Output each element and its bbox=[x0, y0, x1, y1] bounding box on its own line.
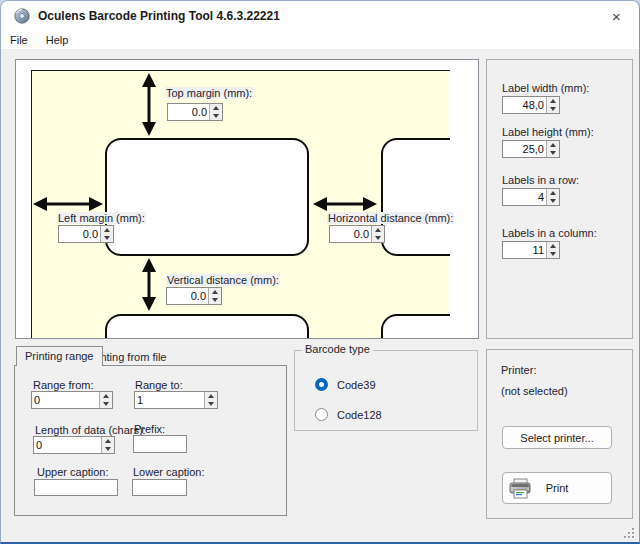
horizontal-distance-input[interactable] bbox=[329, 225, 385, 243]
window-title: Oculens Barcode Printing Tool 4.6.3.2222… bbox=[38, 9, 280, 23]
upper-caption-input[interactable] bbox=[34, 479, 118, 496]
printer-panel: Printer: (not selected) Select printer..… bbox=[486, 349, 633, 519]
menu-help[interactable]: Help bbox=[37, 32, 78, 48]
labels-in-column-input[interactable] bbox=[502, 241, 560, 259]
menu-file[interactable]: File bbox=[1, 32, 37, 48]
top-margin-spinner[interactable] bbox=[209, 104, 222, 120]
upper-caption-label: Upper caption: bbox=[37, 466, 109, 478]
upper-caption-value[interactable] bbox=[35, 480, 117, 495]
length-of-data-spinner[interactable] bbox=[101, 437, 114, 453]
label-settings-panel: Label width (mm): Label height (mm): Lab… bbox=[486, 59, 633, 339]
prefix-value[interactable] bbox=[134, 436, 186, 452]
label-preview-bottom bbox=[105, 314, 309, 338]
lower-caption-input[interactable] bbox=[132, 479, 187, 496]
label-preview-bottom-right bbox=[381, 314, 450, 338]
page-sheet bbox=[31, 70, 450, 338]
vertical-distance-value[interactable] bbox=[167, 288, 208, 304]
label-height-input[interactable] bbox=[502, 140, 560, 158]
select-printer-button[interactable]: Select printer... bbox=[502, 426, 612, 449]
labels-in-row-value[interactable] bbox=[503, 189, 546, 205]
title-bar: Oculens Barcode Printing Tool 4.6.3.2222… bbox=[1, 1, 639, 31]
labels-in-row-label: Labels in a row: bbox=[502, 174, 579, 186]
radio-code39-indicator[interactable] bbox=[315, 378, 328, 391]
top-margin-value[interactable] bbox=[168, 104, 209, 120]
length-of-data-input[interactable] bbox=[33, 436, 115, 454]
label-height-spinner[interactable] bbox=[546, 141, 559, 157]
label-height-value[interactable] bbox=[503, 141, 546, 157]
label-width-label: Label width (mm): bbox=[502, 82, 589, 94]
labels-in-column-spinner[interactable] bbox=[546, 242, 559, 258]
length-of-data-value[interactable] bbox=[34, 437, 101, 453]
left-margin-value[interactable] bbox=[59, 226, 100, 242]
radio-code128-label: Code128 bbox=[337, 409, 382, 421]
range-from-label: Range from: bbox=[33, 379, 94, 391]
horizontal-distance-label: Horizontal distance (mm): bbox=[327, 212, 454, 224]
left-margin-spinner[interactable] bbox=[100, 226, 113, 242]
left-margin-input[interactable] bbox=[58, 225, 114, 243]
top-margin-label: Top margin (mm): bbox=[165, 87, 253, 99]
top-margin-input[interactable] bbox=[167, 103, 223, 121]
radio-code128[interactable]: Code128 bbox=[315, 408, 382, 421]
range-to-value[interactable] bbox=[135, 392, 204, 408]
range-from-input[interactable] bbox=[31, 391, 113, 409]
range-to-spinner[interactable] bbox=[204, 392, 217, 408]
printing-tabs: Printing range Printing from file Range … bbox=[14, 346, 287, 516]
labels-in-column-value[interactable] bbox=[503, 242, 546, 258]
print-button[interactable]: Print bbox=[502, 472, 612, 504]
app-window: Oculens Barcode Printing Tool 4.6.3.2222… bbox=[0, 0, 640, 544]
printer-label: Printer: bbox=[501, 364, 536, 376]
lower-caption-label: Lower caption: bbox=[133, 466, 205, 478]
labels-in-row-input[interactable] bbox=[502, 188, 560, 206]
horizontal-distance-value[interactable] bbox=[330, 226, 371, 242]
layout-preview-canvas: Top margin (mm): Left margin (mm): Horiz… bbox=[15, 59, 479, 339]
label-width-value[interactable] bbox=[503, 97, 546, 113]
label-preview-main bbox=[105, 138, 309, 256]
tab-printing-range[interactable]: Printing range bbox=[16, 346, 103, 366]
barcode-type-title: Barcode type bbox=[302, 343, 373, 355]
vertical-distance-spinner[interactable] bbox=[208, 288, 221, 304]
label-preview-right bbox=[381, 138, 450, 256]
resize-grip[interactable] bbox=[622, 526, 634, 538]
range-to-input[interactable] bbox=[134, 391, 218, 409]
range-from-spinner[interactable] bbox=[99, 392, 112, 408]
labels-in-column-label: Labels in a column: bbox=[502, 227, 597, 239]
labels-in-row-spinner[interactable] bbox=[546, 189, 559, 205]
print-label: Print bbox=[546, 482, 569, 494]
lower-caption-value[interactable] bbox=[133, 480, 186, 495]
horizontal-distance-spinner[interactable] bbox=[371, 226, 384, 242]
prefix-input[interactable] bbox=[133, 435, 187, 453]
barcode-type-group: Barcode type Code39 Code128 bbox=[294, 350, 478, 431]
menu-divider bbox=[1, 49, 639, 59]
label-height-label: Label height (mm): bbox=[502, 126, 594, 138]
prefix-label: Prefix: bbox=[134, 423, 165, 435]
select-printer-label: Select printer... bbox=[520, 432, 593, 444]
printer-icon bbox=[508, 477, 534, 501]
printer-status: (not selected) bbox=[501, 385, 568, 397]
radio-code128-indicator[interactable] bbox=[315, 408, 328, 421]
menu-bar: File Help bbox=[1, 31, 639, 49]
label-width-spinner[interactable] bbox=[546, 97, 559, 113]
range-to-label: Range to: bbox=[135, 379, 183, 391]
radio-code39-label: Code39 bbox=[337, 379, 376, 391]
left-margin-label: Left margin (mm): bbox=[57, 212, 146, 224]
vertical-distance-input[interactable] bbox=[166, 287, 222, 305]
range-from-value[interactable] bbox=[32, 392, 99, 408]
label-width-input[interactable] bbox=[502, 96, 560, 114]
close-button[interactable]: × bbox=[594, 1, 639, 31]
length-of-data-label: Length of data (chars): bbox=[35, 424, 146, 436]
printing-range-tabpage: Range from: Range to: Length of data (ch… bbox=[14, 365, 287, 516]
radio-code39[interactable]: Code39 bbox=[315, 378, 376, 391]
app-disc-icon bbox=[14, 8, 30, 24]
vertical-distance-label: Vertical distance (mm): bbox=[166, 274, 280, 286]
